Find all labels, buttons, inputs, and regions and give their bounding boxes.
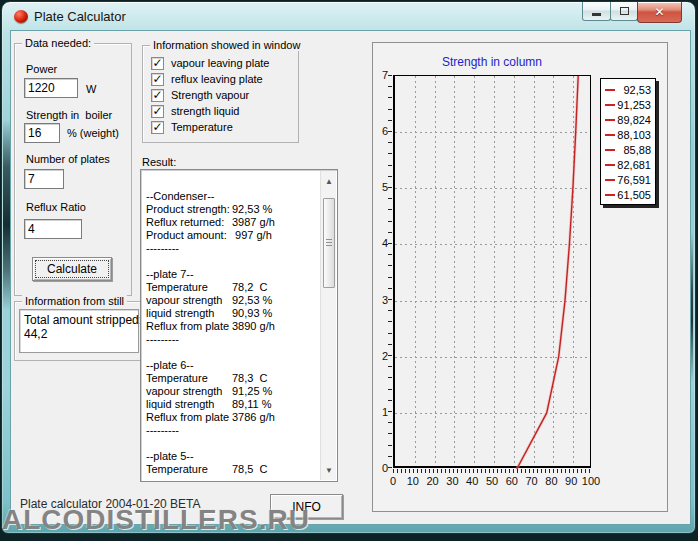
group-info-shown: Information showed in window ✓vapour lea… (142, 45, 299, 143)
result-line (146, 255, 319, 268)
result-line-label: liquid strength (146, 398, 232, 411)
result-line-value: 91,25 % (232, 385, 272, 398)
legend-line-icon (605, 134, 615, 136)
checkbox-row[interactable]: ✓Temperature (151, 119, 298, 135)
checkbox-row[interactable]: ✓vapour leaving plate (151, 55, 298, 71)
y-tick-label: 7 (370, 69, 388, 81)
checkbox-icon[interactable]: ✓ (151, 57, 164, 70)
boiler-strength-unit: % (weight) (67, 127, 119, 139)
y-tick-label: 2 (370, 350, 388, 362)
result-line-label: --plate 5-- (146, 450, 232, 463)
minimize-icon (592, 13, 601, 16)
client-area: Data needed: Power W Strength in boiler … (11, 31, 690, 524)
maximize-button[interactable] (610, 2, 638, 21)
result-line: --------- (146, 242, 319, 255)
reflux-ratio-input[interactable] (24, 219, 82, 239)
result-line: Temperature78,5 C (146, 463, 319, 476)
y-tick-label: 6 (370, 125, 388, 137)
window-title: Plate Calculator (34, 9, 126, 24)
boiler-strength-input[interactable] (24, 123, 60, 143)
result-textarea[interactable]: --Condenser--Product strength:92,53 %Ref… (140, 169, 338, 482)
minimize-button[interactable] (582, 2, 611, 21)
result-line-value: 90,93 % (232, 307, 272, 320)
close-button[interactable]: ✕ (637, 2, 682, 23)
chart-plot-area (393, 75, 591, 468)
result-line-label: Reflux returned: (146, 216, 232, 229)
plates-input[interactable] (24, 169, 64, 189)
legend-line-icon (605, 194, 615, 196)
result-line-label: --plate 7-- (146, 268, 232, 281)
result-line-value: 92,53 % (232, 294, 272, 307)
legend-value: 88,103 (615, 129, 651, 141)
still-info-line1: Total amount stripped: (24, 313, 142, 327)
scroll-up-icon[interactable]: ▲ (321, 173, 337, 189)
result-line-label: vapour strength (146, 294, 232, 307)
result-line-label: Temperature (146, 372, 232, 385)
result-line-label: Temperature (146, 281, 232, 294)
checkbox-label: reflux leaving plate (171, 73, 263, 85)
result-text: --Condenser--Product strength:92,53 %Ref… (146, 190, 319, 479)
group-title: Information from still (22, 295, 127, 307)
result-line-value: 78,2 C (232, 281, 267, 294)
scrollbar-thumb[interactable] (323, 198, 335, 288)
desktop: Plate Calculator ✕ Data needed: Power W … (0, 0, 698, 541)
result-line: --------- (146, 333, 319, 346)
result-line (146, 346, 319, 359)
legend-line-icon (605, 149, 615, 151)
result-line: Temperature78,2 C (146, 281, 319, 294)
result-line: --plate 7-- (146, 268, 319, 281)
legend-row: 82,681 (605, 157, 651, 172)
checkbox-icon[interactable]: ✓ (151, 121, 164, 134)
calculate-label: Calculate (47, 262, 97, 276)
checkbox-row[interactable]: ✓Strength vapour (151, 87, 298, 103)
legend-row: 89,824 (605, 112, 651, 127)
checkbox-icon[interactable]: ✓ (151, 73, 164, 86)
result-line-label (146, 346, 232, 359)
app-icon (14, 10, 28, 23)
frame-glass-streak (3, 120, 11, 310)
result-scrollbar[interactable]: ▲ ▼ (320, 171, 336, 480)
boiler-strength-label: Strength in boiler (26, 109, 112, 121)
result-line: --------- (146, 424, 319, 437)
checkbox-label: strength liquid (171, 105, 240, 117)
result-line-label: Temperature (146, 463, 232, 476)
result-line-label: Product amount: (146, 229, 232, 242)
result-line: liquid strength90,93 % (146, 307, 319, 320)
legend-row: 61,505 (605, 187, 651, 202)
legend-line-icon (605, 164, 615, 166)
checkbox-row[interactable]: ✓strength liquid (151, 103, 298, 119)
chart-panel: Strength in column 010203040506070809010… (372, 42, 668, 512)
result-line-value: 3786 g/h (232, 411, 275, 424)
legend-line-icon (605, 89, 615, 91)
chart-legend: 92,5391,25389,82488,10385,8882,68176,591… (600, 78, 656, 205)
result-line-value: 89,11 % (232, 398, 272, 411)
checkbox-row[interactable]: ✓reflux leaving plate (151, 71, 298, 87)
checkbox-icon[interactable]: ✓ (151, 89, 164, 102)
scroll-down-icon[interactable]: ▼ (321, 462, 337, 478)
watermark: ALCODISTILLERS.RU (2, 504, 310, 536)
app-window: Plate Calculator ✕ Data needed: Power W … (1, 1, 696, 534)
calculate-button[interactable]: Calculate (32, 257, 112, 281)
result-line-label: --------- (146, 424, 232, 437)
legend-value: 91,253 (615, 99, 651, 111)
result-line-label: --------- (146, 333, 232, 346)
reflux-ratio-label: Reflux Ratio (26, 201, 86, 213)
result-line-value: 997 g/h (232, 229, 272, 242)
result-line-value: 3987 g/h (232, 216, 275, 229)
result-line-label (146, 437, 232, 450)
title-bar[interactable]: Plate Calculator ✕ (2, 2, 695, 31)
legend-row: 76,591 (605, 172, 651, 187)
checkbox-label: Temperature (171, 121, 233, 133)
result-line-label: liquid strength (146, 307, 232, 320)
result-line: Temperature78,3 C (146, 372, 319, 385)
result-line-value: 78,5 C (232, 463, 267, 476)
result-line: Reflux from plate3890 g/h (146, 320, 319, 333)
legend-row: 88,103 (605, 127, 651, 142)
checkbox-label: vapour leaving plate (171, 57, 269, 69)
scrollbar-grip-icon (326, 239, 332, 247)
power-input[interactable] (24, 78, 78, 98)
legend-value: 76,591 (615, 174, 651, 186)
group-title: Information showed in window (150, 39, 303, 51)
legend-line-icon (605, 104, 615, 106)
checkbox-icon[interactable]: ✓ (151, 105, 164, 118)
